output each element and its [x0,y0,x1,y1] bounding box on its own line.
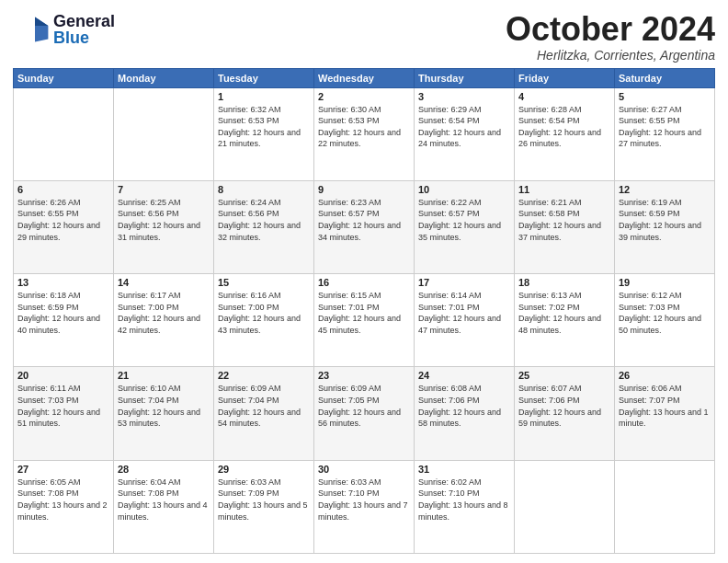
calendar-cell: 20Sunrise: 6:11 AM Sunset: 7:03 PM Dayli… [14,367,114,460]
day-info: Sunrise: 6:30 AM Sunset: 6:53 PM Dayligh… [318,104,410,150]
calendar-cell: 8Sunrise: 6:24 AM Sunset: 6:56 PM Daylig… [214,180,314,273]
day-number: 12 [619,184,711,195]
day-number: 13 [17,277,109,288]
calendar-cell: 29Sunrise: 6:03 AM Sunset: 7:09 PM Dayli… [214,460,314,553]
calendar-header-row: Sunday Monday Tuesday Wednesday Thursday… [14,68,715,87]
day-info: Sunrise: 6:22 AM Sunset: 6:57 PM Dayligh… [418,197,510,243]
day-number: 11 [518,184,610,195]
calendar-cell: 26Sunrise: 6:06 AM Sunset: 7:07 PM Dayli… [615,367,715,460]
title-block: October 2024 Herlitzka, Corrientes, Arge… [506,11,715,63]
day-number: 10 [418,184,510,195]
calendar-cell: 13Sunrise: 6:18 AM Sunset: 6:59 PM Dayli… [14,274,114,367]
calendar-cell: 1Sunrise: 6:32 AM Sunset: 6:53 PM Daylig… [214,87,314,180]
calendar-cell: 19Sunrise: 6:12 AM Sunset: 7:03 PM Dayli… [615,274,715,367]
calendar-cell: 7Sunrise: 6:25 AM Sunset: 6:56 PM Daylig… [114,180,214,273]
calendar-week-row: 13Sunrise: 6:18 AM Sunset: 6:59 PM Dayli… [14,274,715,367]
day-number: 27 [17,464,109,475]
svg-marker-1 [35,17,48,26]
day-info: Sunrise: 6:15 AM Sunset: 7:01 PM Dayligh… [318,290,410,336]
day-number: 24 [418,370,510,381]
logo-blue: Blue [53,29,115,46]
calendar-cell: 23Sunrise: 6:09 AM Sunset: 7:05 PM Dayli… [314,367,415,460]
day-info: Sunrise: 6:05 AM Sunset: 7:08 PM Dayligh… [17,477,109,523]
day-number: 19 [619,277,711,288]
calendar-cell: 3Sunrise: 6:29 AM Sunset: 6:54 PM Daylig… [415,87,515,180]
location-subtitle: Herlitzka, Corrientes, Argentina [506,48,715,63]
day-info: Sunrise: 6:29 AM Sunset: 6:54 PM Dayligh… [418,104,510,150]
day-number: 15 [218,277,310,288]
day-info: Sunrise: 6:08 AM Sunset: 7:06 PM Dayligh… [418,383,510,429]
day-info: Sunrise: 6:21 AM Sunset: 6:58 PM Dayligh… [518,197,610,243]
day-info: Sunrise: 6:24 AM Sunset: 6:56 PM Dayligh… [218,197,310,243]
day-number: 21 [118,370,210,381]
calendar-cell: 17Sunrise: 6:14 AM Sunset: 7:01 PM Dayli… [415,274,515,367]
calendar-cell: 22Sunrise: 6:09 AM Sunset: 7:04 PM Dayli… [214,367,314,460]
calendar-cell: 21Sunrise: 6:10 AM Sunset: 7:04 PM Dayli… [114,367,214,460]
day-number: 18 [518,277,610,288]
calendar-cell [114,87,214,180]
day-info: Sunrise: 6:32 AM Sunset: 6:53 PM Dayligh… [218,104,310,150]
month-title: October 2024 [506,11,715,48]
col-tuesday: Tuesday [214,68,314,87]
col-sunday: Sunday [14,68,114,87]
day-number: 2 [318,91,410,102]
day-number: 4 [518,91,610,102]
day-number: 16 [318,277,410,288]
calendar-cell: 27Sunrise: 6:05 AM Sunset: 7:08 PM Dayli… [14,460,114,553]
day-number: 31 [418,464,510,475]
page: General Blue October 2024 Herlitzka, Cor… [0,0,728,563]
day-number: 1 [218,91,310,102]
day-number: 5 [619,91,711,102]
day-number: 3 [418,91,510,102]
day-number: 8 [218,184,310,195]
day-number: 25 [518,370,610,381]
calendar-table: Sunday Monday Tuesday Wednesday Thursday… [13,68,715,554]
calendar-cell: 14Sunrise: 6:17 AM Sunset: 7:00 PM Dayli… [114,274,214,367]
day-info: Sunrise: 6:06 AM Sunset: 7:07 PM Dayligh… [619,383,711,429]
day-info: Sunrise: 6:09 AM Sunset: 7:04 PM Dayligh… [218,383,310,429]
day-info: Sunrise: 6:17 AM Sunset: 7:00 PM Dayligh… [118,290,210,336]
calendar-week-row: 6Sunrise: 6:26 AM Sunset: 6:55 PM Daylig… [14,180,715,273]
day-number: 29 [218,464,310,475]
calendar-cell: 4Sunrise: 6:28 AM Sunset: 6:54 PM Daylig… [515,87,615,180]
calendar-cell: 9Sunrise: 6:23 AM Sunset: 6:57 PM Daylig… [314,180,415,273]
day-info: Sunrise: 6:11 AM Sunset: 7:03 PM Dayligh… [17,383,109,429]
calendar-cell: 16Sunrise: 6:15 AM Sunset: 7:01 PM Dayli… [314,274,415,367]
calendar-cell: 11Sunrise: 6:21 AM Sunset: 6:58 PM Dayli… [515,180,615,273]
calendar-cell: 31Sunrise: 6:02 AM Sunset: 7:10 PM Dayli… [415,460,515,553]
calendar-cell: 30Sunrise: 6:03 AM Sunset: 7:10 PM Dayli… [314,460,415,553]
day-info: Sunrise: 6:13 AM Sunset: 7:02 PM Dayligh… [518,290,610,336]
day-number: 28 [118,464,210,475]
logo-general: General [53,13,115,29]
day-info: Sunrise: 6:04 AM Sunset: 7:08 PM Dayligh… [118,477,210,523]
calendar-cell: 25Sunrise: 6:07 AM Sunset: 7:06 PM Dayli… [515,367,615,460]
col-friday: Friday [515,68,615,87]
day-number: 17 [418,277,510,288]
calendar-cell: 5Sunrise: 6:27 AM Sunset: 6:55 PM Daylig… [615,87,715,180]
calendar-week-row: 27Sunrise: 6:05 AM Sunset: 7:08 PM Dayli… [14,460,715,553]
day-number: 26 [619,370,711,381]
day-number: 14 [118,277,210,288]
day-info: Sunrise: 6:10 AM Sunset: 7:04 PM Dayligh… [118,383,210,429]
day-number: 6 [17,184,109,195]
day-info: Sunrise: 6:03 AM Sunset: 7:10 PM Dayligh… [318,477,410,523]
day-number: 7 [118,184,210,195]
day-info: Sunrise: 6:14 AM Sunset: 7:01 PM Dayligh… [418,290,510,336]
calendar-cell: 6Sunrise: 6:26 AM Sunset: 6:55 PM Daylig… [14,180,114,273]
day-number: 9 [318,184,410,195]
calendar-cell [615,460,715,553]
day-info: Sunrise: 6:18 AM Sunset: 6:59 PM Dayligh… [17,290,109,336]
calendar-cell: 28Sunrise: 6:04 AM Sunset: 7:08 PM Dayli… [114,460,214,553]
day-info: Sunrise: 6:28 AM Sunset: 6:54 PM Dayligh… [518,104,610,150]
header: General Blue October 2024 Herlitzka, Cor… [13,11,715,63]
day-info: Sunrise: 6:03 AM Sunset: 7:09 PM Dayligh… [218,477,310,523]
logo-icon [13,11,50,48]
calendar-cell: 2Sunrise: 6:30 AM Sunset: 6:53 PM Daylig… [314,87,415,180]
calendar-week-row: 1Sunrise: 6:32 AM Sunset: 6:53 PM Daylig… [14,87,715,180]
col-saturday: Saturday [615,68,715,87]
day-info: Sunrise: 6:09 AM Sunset: 7:05 PM Dayligh… [318,383,410,429]
calendar-cell: 10Sunrise: 6:22 AM Sunset: 6:57 PM Dayli… [415,180,515,273]
calendar-week-row: 20Sunrise: 6:11 AM Sunset: 7:03 PM Dayli… [14,367,715,460]
day-info: Sunrise: 6:26 AM Sunset: 6:55 PM Dayligh… [17,197,109,243]
calendar-cell: 15Sunrise: 6:16 AM Sunset: 7:00 PM Dayli… [214,274,314,367]
